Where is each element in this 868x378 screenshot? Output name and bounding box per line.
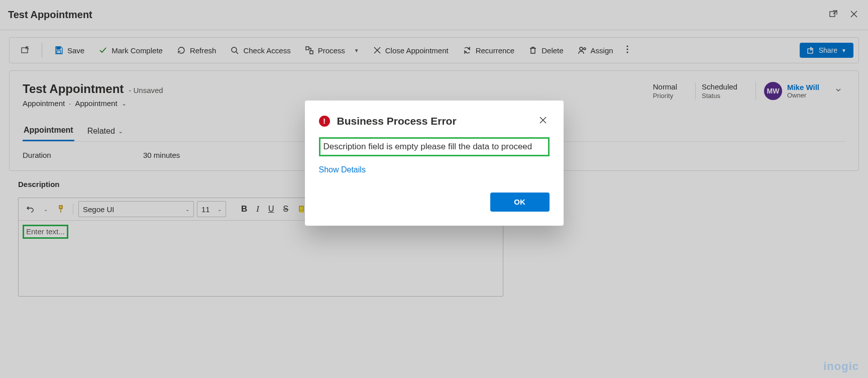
dialog-close-button[interactable] xyxy=(536,114,550,128)
dialog-footer: OK xyxy=(319,193,550,212)
error-icon: ! xyxy=(319,116,330,127)
show-details-link[interactable]: Show Details xyxy=(319,165,366,174)
ok-button[interactable]: OK xyxy=(490,193,550,212)
dialog-title: Business Process Error xyxy=(337,115,457,127)
watermark: inogic xyxy=(823,360,859,373)
dialog-message: Description field is empty please fill t… xyxy=(319,137,550,156)
dialog-body: Description field is empty please fill t… xyxy=(319,137,550,174)
error-dialog: ! Business Process Error Description fie… xyxy=(305,101,564,226)
dialog-header: ! Business Process Error xyxy=(319,114,550,128)
modal-overlay: ! Business Process Error Description fie… xyxy=(0,0,868,378)
